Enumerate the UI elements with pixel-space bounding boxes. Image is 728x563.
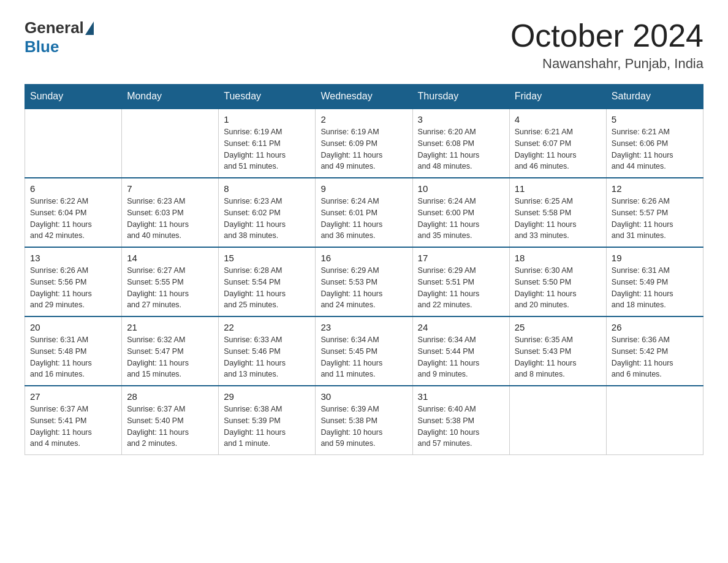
day-number: 17 xyxy=(418,253,504,263)
day-info: Sunrise: 6:24 AMSunset: 6:01 PMDaylight:… xyxy=(320,196,407,242)
calendar-cell: 14Sunrise: 6:27 AMSunset: 5:55 PMDayligh… xyxy=(122,247,219,316)
calendar-cell: 23Sunrise: 6:34 AMSunset: 5:45 PMDayligh… xyxy=(316,316,412,386)
calendar-cell: 12Sunrise: 6:26 AMSunset: 5:57 PMDayligh… xyxy=(606,178,703,247)
calendar-cell: 21Sunrise: 6:32 AMSunset: 5:47 PMDayligh… xyxy=(122,316,219,386)
calendar-cell: 17Sunrise: 6:29 AMSunset: 5:51 PMDayligh… xyxy=(412,247,509,316)
calendar-cell: 29Sunrise: 6:38 AMSunset: 5:39 PMDayligh… xyxy=(219,386,316,455)
header-wednesday: Wednesday xyxy=(316,85,412,109)
day-info: Sunrise: 6:38 AMSunset: 5:39 PMDaylight:… xyxy=(224,404,310,450)
day-info: Sunrise: 6:19 AMSunset: 6:11 PMDaylight:… xyxy=(224,126,310,172)
calendar-cell: 3Sunrise: 6:20 AMSunset: 6:08 PMDaylight… xyxy=(412,109,509,178)
calendar-cell: 26Sunrise: 6:36 AMSunset: 5:42 PMDayligh… xyxy=(606,316,703,386)
calendar-cell: 15Sunrise: 6:28 AMSunset: 5:54 PMDayligh… xyxy=(219,247,316,316)
title-area: October 2024 Nawanshahr, Punjab, India xyxy=(510,18,703,72)
calendar-week-4: 20Sunrise: 6:31 AMSunset: 5:48 PMDayligh… xyxy=(25,316,703,386)
day-number: 28 xyxy=(127,391,213,402)
page-header: General Blue October 2024 Nawanshahr, Pu… xyxy=(25,18,703,72)
month-title: October 2024 xyxy=(510,18,703,53)
day-number: 19 xyxy=(612,253,698,263)
day-number: 7 xyxy=(127,183,213,194)
day-number: 20 xyxy=(30,322,116,332)
calendar-cell: 5Sunrise: 6:21 AMSunset: 6:06 PMDaylight… xyxy=(606,109,703,178)
day-info: Sunrise: 6:21 AMSunset: 6:06 PMDaylight:… xyxy=(612,126,698,172)
day-info: Sunrise: 6:27 AMSunset: 5:55 PMDaylight:… xyxy=(127,265,213,311)
calendar-cell: 20Sunrise: 6:31 AMSunset: 5:48 PMDayligh… xyxy=(25,316,122,386)
calendar-cell: 22Sunrise: 6:33 AMSunset: 5:46 PMDayligh… xyxy=(219,316,316,386)
header-saturday: Saturday xyxy=(606,85,703,109)
day-number: 14 xyxy=(127,253,213,263)
calendar-cell: 11Sunrise: 6:25 AMSunset: 5:58 PMDayligh… xyxy=(509,178,606,247)
day-info: Sunrise: 6:23 AMSunset: 6:03 PMDaylight:… xyxy=(127,196,213,242)
day-number: 2 xyxy=(320,114,407,124)
day-number: 5 xyxy=(612,114,698,124)
calendar-cell: 30Sunrise: 6:39 AMSunset: 5:38 PMDayligh… xyxy=(316,386,412,455)
calendar-cell: 16Sunrise: 6:29 AMSunset: 5:53 PMDayligh… xyxy=(316,247,412,316)
calendar-cell: 6Sunrise: 6:22 AMSunset: 6:04 PMDaylight… xyxy=(25,178,122,247)
calendar-cell: 7Sunrise: 6:23 AMSunset: 6:03 PMDaylight… xyxy=(122,178,219,247)
day-info: Sunrise: 6:31 AMSunset: 5:49 PMDaylight:… xyxy=(612,265,698,311)
calendar-week-1: 1Sunrise: 6:19 AMSunset: 6:11 PMDaylight… xyxy=(25,109,703,178)
calendar-week-3: 13Sunrise: 6:26 AMSunset: 5:56 PMDayligh… xyxy=(25,247,703,316)
day-info: Sunrise: 6:19 AMSunset: 6:09 PMDaylight:… xyxy=(320,126,407,172)
day-info: Sunrise: 6:39 AMSunset: 5:38 PMDaylight:… xyxy=(320,404,407,450)
day-info: Sunrise: 6:37 AMSunset: 5:41 PMDaylight:… xyxy=(30,404,116,450)
day-number: 23 xyxy=(320,322,407,332)
logo: General Blue xyxy=(25,18,95,56)
day-number: 8 xyxy=(224,183,310,194)
calendar-cell: 8Sunrise: 6:23 AMSunset: 6:02 PMDaylight… xyxy=(219,178,316,247)
calendar-cell xyxy=(25,109,122,178)
calendar-header-row: SundayMondayTuesdayWednesdayThursdayFrid… xyxy=(25,85,703,109)
day-number: 18 xyxy=(515,253,601,263)
day-number: 31 xyxy=(418,391,504,402)
day-info: Sunrise: 6:35 AMSunset: 5:43 PMDaylight:… xyxy=(515,334,601,380)
day-info: Sunrise: 6:24 AMSunset: 6:00 PMDaylight:… xyxy=(418,196,504,242)
day-info: Sunrise: 6:22 AMSunset: 6:04 PMDaylight:… xyxy=(30,196,116,242)
calendar-cell xyxy=(509,386,606,455)
calendar-cell: 18Sunrise: 6:30 AMSunset: 5:50 PMDayligh… xyxy=(509,247,606,316)
day-info: Sunrise: 6:32 AMSunset: 5:47 PMDaylight:… xyxy=(127,334,213,380)
calendar-week-2: 6Sunrise: 6:22 AMSunset: 6:04 PMDaylight… xyxy=(25,178,703,247)
day-info: Sunrise: 6:30 AMSunset: 5:50 PMDaylight:… xyxy=(515,265,601,311)
calendar-cell: 9Sunrise: 6:24 AMSunset: 6:01 PMDaylight… xyxy=(316,178,412,247)
calendar-cell: 10Sunrise: 6:24 AMSunset: 6:00 PMDayligh… xyxy=(412,178,509,247)
day-number: 3 xyxy=(418,114,504,124)
day-number: 4 xyxy=(515,114,601,124)
day-info: Sunrise: 6:29 AMSunset: 5:51 PMDaylight:… xyxy=(418,265,504,311)
calendar-cell: 1Sunrise: 6:19 AMSunset: 6:11 PMDaylight… xyxy=(219,109,316,178)
calendar-cell: 2Sunrise: 6:19 AMSunset: 6:09 PMDaylight… xyxy=(316,109,412,178)
day-number: 13 xyxy=(30,253,116,263)
day-number: 12 xyxy=(612,183,698,194)
day-number: 25 xyxy=(515,322,601,332)
day-number: 24 xyxy=(418,322,504,332)
calendar-cell: 27Sunrise: 6:37 AMSunset: 5:41 PMDayligh… xyxy=(25,386,122,455)
header-friday: Friday xyxy=(509,85,606,109)
day-info: Sunrise: 6:36 AMSunset: 5:42 PMDaylight:… xyxy=(612,334,698,380)
calendar-cell xyxy=(122,109,219,178)
calendar-cell: 13Sunrise: 6:26 AMSunset: 5:56 PMDayligh… xyxy=(25,247,122,316)
calendar-cell: 28Sunrise: 6:37 AMSunset: 5:40 PMDayligh… xyxy=(122,386,219,455)
day-number: 26 xyxy=(612,322,698,332)
location-title: Nawanshahr, Punjab, India xyxy=(510,56,703,72)
header-tuesday: Tuesday xyxy=(219,85,316,109)
day-number: 1 xyxy=(224,114,310,124)
day-number: 29 xyxy=(224,391,310,402)
logo-blue-text: Blue xyxy=(25,37,59,56)
header-thursday: Thursday xyxy=(412,85,509,109)
day-info: Sunrise: 6:31 AMSunset: 5:48 PMDaylight:… xyxy=(30,334,116,380)
calendar-table: SundayMondayTuesdayWednesdayThursdayFrid… xyxy=(25,84,703,455)
logo-general-text: General xyxy=(25,18,84,37)
calendar-cell: 25Sunrise: 6:35 AMSunset: 5:43 PMDayligh… xyxy=(509,316,606,386)
day-number: 15 xyxy=(224,253,310,263)
calendar-cell: 4Sunrise: 6:21 AMSunset: 6:07 PMDaylight… xyxy=(509,109,606,178)
day-info: Sunrise: 6:33 AMSunset: 5:46 PMDaylight:… xyxy=(224,334,310,380)
day-number: 30 xyxy=(320,391,407,402)
day-number: 10 xyxy=(418,183,504,194)
calendar-cell xyxy=(606,386,703,455)
day-number: 6 xyxy=(30,183,116,194)
day-number: 16 xyxy=(320,253,407,263)
day-number: 11 xyxy=(515,183,601,194)
day-info: Sunrise: 6:29 AMSunset: 5:53 PMDaylight:… xyxy=(320,265,407,311)
header-monday: Monday xyxy=(122,85,219,109)
day-info: Sunrise: 6:40 AMSunset: 5:38 PMDaylight:… xyxy=(418,404,504,450)
calendar-week-5: 27Sunrise: 6:37 AMSunset: 5:41 PMDayligh… xyxy=(25,386,703,455)
